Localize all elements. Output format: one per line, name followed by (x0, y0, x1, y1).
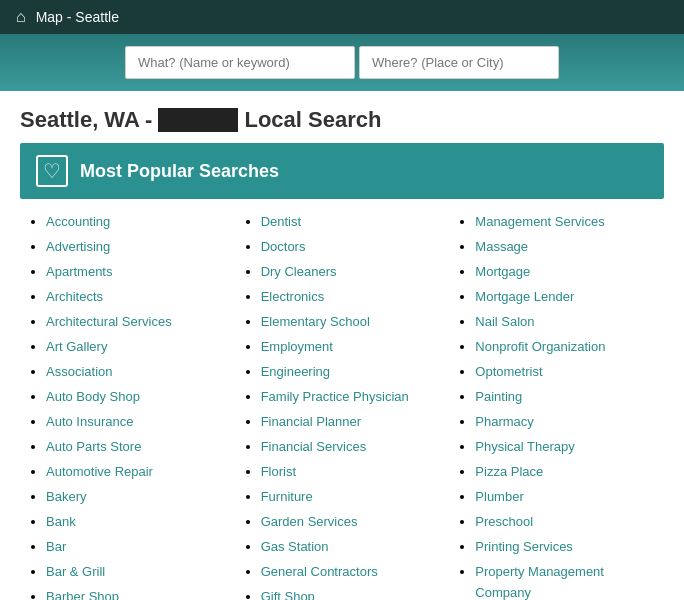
list-item: Dry Cleaners (261, 261, 440, 282)
popular-title: Most Popular Searches (80, 161, 279, 182)
list-item: Auto Body Shop (46, 386, 225, 407)
list-item: General Contractors (261, 561, 440, 582)
search-link[interactable]: Management Services (475, 214, 604, 229)
search-link[interactable]: Nonprofit Organization (475, 339, 605, 354)
list-item: Gas Station (261, 536, 440, 557)
links-column-2: DentistDoctorsDry CleanersElectronicsEle… (235, 211, 450, 600)
search-link[interactable]: Pizza Place (475, 464, 543, 479)
search-link[interactable]: Gas Station (261, 539, 329, 554)
search-link[interactable]: Doctors (261, 239, 306, 254)
search-link[interactable]: Accounting (46, 214, 110, 229)
search-link[interactable]: General Contractors (261, 564, 378, 579)
list-item: Financial Services (261, 436, 440, 457)
page-title-area: Seattle, WA - Local Search (0, 91, 684, 143)
list-item: Financial Planner (261, 411, 440, 432)
search-link[interactable]: Financial Services (261, 439, 367, 454)
search-link[interactable]: Automotive Repair (46, 464, 153, 479)
list-item: Nonprofit Organization (475, 336, 654, 357)
heart-icon: ♡ (36, 155, 68, 187)
top-bar: ⌂ Map - Seattle (0, 0, 684, 34)
list-item: Pharmacy (475, 411, 654, 432)
list-item: Furniture (261, 486, 440, 507)
search-link[interactable]: Mortgage (475, 264, 530, 279)
search-link[interactable]: Florist (261, 464, 296, 479)
search-link[interactable]: Furniture (261, 489, 313, 504)
list-item: Association (46, 361, 225, 382)
search-link[interactable]: Auto Parts Store (46, 439, 141, 454)
list-item: Apartments (46, 261, 225, 282)
links-column-1: AccountingAdvertisingApartmentsArchitect… (20, 211, 235, 600)
search-link[interactable]: Mortgage Lender (475, 289, 574, 304)
list-item: Family Practice Physician (261, 386, 440, 407)
list-item: Pizza Place (475, 461, 654, 482)
search-link[interactable]: Painting (475, 389, 522, 404)
search-link[interactable]: Optometrist (475, 364, 542, 379)
list-item: Bank (46, 511, 225, 532)
list-item: Gift Shop (261, 586, 440, 600)
list-item: Electronics (261, 286, 440, 307)
search-link[interactable]: Engineering (261, 364, 330, 379)
search-link[interactable]: Auto Insurance (46, 414, 133, 429)
search-link[interactable]: Employment (261, 339, 333, 354)
search-link[interactable]: Bank (46, 514, 76, 529)
links-grid: AccountingAdvertisingApartmentsArchitect… (0, 211, 684, 600)
list-item: Auto Insurance (46, 411, 225, 432)
page-title-suffix: Local Search (244, 107, 381, 133)
search-link[interactable]: Family Practice Physician (261, 389, 409, 404)
search-link[interactable]: Plumber (475, 489, 523, 504)
search-link[interactable]: Pharmacy (475, 414, 534, 429)
search-link[interactable]: Electronics (261, 289, 325, 304)
what-search-input[interactable] (125, 46, 355, 79)
links-column-3: Management ServicesMassageMortgageMortga… (449, 211, 664, 600)
search-link[interactable]: Physical Therapy (475, 439, 574, 454)
search-link[interactable]: Printing Services (475, 539, 573, 554)
list-item: Barber Shop (46, 586, 225, 600)
list-item: Physical Therapy (475, 436, 654, 457)
list-item: Printing Services (475, 536, 654, 557)
list-item: Accounting (46, 211, 225, 232)
search-link[interactable]: Association (46, 364, 112, 379)
list-item: Garden Services (261, 511, 440, 532)
list-item: Doctors (261, 236, 440, 257)
search-link[interactable]: Massage (475, 239, 528, 254)
search-link[interactable]: Financial Planner (261, 414, 361, 429)
list-item: Florist (261, 461, 440, 482)
search-link[interactable]: Property Management Company (475, 564, 604, 600)
list-item: Optometrist (475, 361, 654, 382)
search-link[interactable]: Bar & Grill (46, 564, 105, 579)
search-link[interactable]: Architects (46, 289, 103, 304)
list-item: Advertising (46, 236, 225, 257)
search-link[interactable]: Elementary School (261, 314, 370, 329)
search-link[interactable]: Art Gallery (46, 339, 107, 354)
top-bar-title: Map - Seattle (36, 9, 119, 25)
list-item: Bakery (46, 486, 225, 507)
search-link[interactable]: Bakery (46, 489, 86, 504)
search-link[interactable]: Barber Shop (46, 589, 119, 600)
list-item: Property Management Company (475, 561, 654, 600)
page-title-prefix: Seattle, WA - (20, 107, 152, 133)
search-link[interactable]: Advertising (46, 239, 110, 254)
list-item: Mortgage Lender (475, 286, 654, 307)
list-item: Automotive Repair (46, 461, 225, 482)
search-link[interactable]: Dry Cleaners (261, 264, 337, 279)
where-search-input[interactable] (359, 46, 559, 79)
list-item: Employment (261, 336, 440, 357)
redacted-block (158, 108, 238, 132)
search-link[interactable]: Garden Services (261, 514, 358, 529)
search-link[interactable]: Apartments (46, 264, 112, 279)
search-link[interactable]: Gift Shop (261, 589, 315, 600)
search-link[interactable]: Preschool (475, 514, 533, 529)
search-link[interactable]: Dentist (261, 214, 301, 229)
list-item: Bar (46, 536, 225, 557)
list-item: Architectural Services (46, 311, 225, 332)
search-link[interactable]: Nail Salon (475, 314, 534, 329)
search-link[interactable]: Architectural Services (46, 314, 172, 329)
list-item: Mortgage (475, 261, 654, 282)
list-item: Art Gallery (46, 336, 225, 357)
search-link[interactable]: Auto Body Shop (46, 389, 140, 404)
search-bar (0, 34, 684, 91)
list-item: Engineering (261, 361, 440, 382)
home-icon[interactable]: ⌂ (16, 8, 26, 26)
list-item: Dentist (261, 211, 440, 232)
search-link[interactable]: Bar (46, 539, 66, 554)
